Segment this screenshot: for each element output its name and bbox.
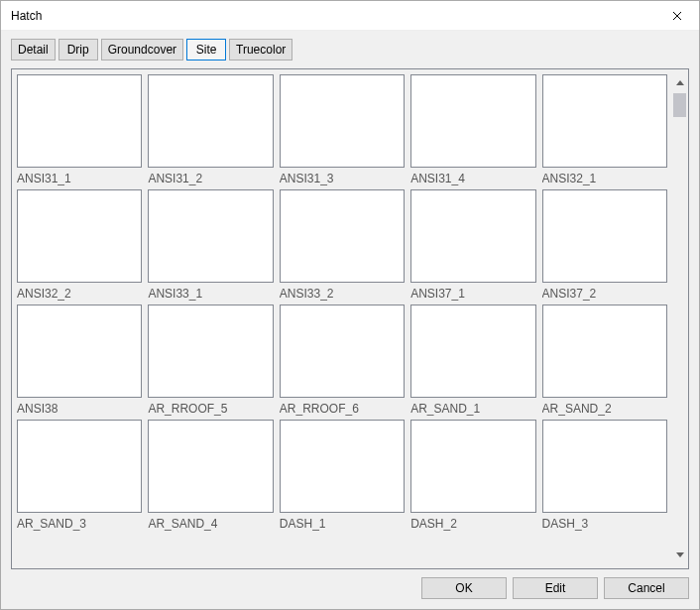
pattern-swatch xyxy=(542,305,667,398)
pattern-label: ANSI33_2 xyxy=(280,287,405,301)
pattern-cell[interactable]: DASH_2 xyxy=(410,420,535,531)
pattern-cell[interactable]: ANSI31_2 xyxy=(148,74,273,185)
pattern-panel: ANSI31_1ANSI31_2ANSI31_3ANSI31_4ANSI32_1… xyxy=(11,68,689,569)
pattern-swatch xyxy=(17,189,142,283)
pattern-label: ANSI38 xyxy=(17,402,142,416)
pattern-cell[interactable]: AR_SAND_4 xyxy=(148,420,273,531)
pattern-viewport: ANSI31_1ANSI31_2ANSI31_3ANSI31_4ANSI32_1… xyxy=(17,74,671,563)
pattern-label: AR_SAND_1 xyxy=(410,402,535,416)
pattern-label: ANSI31_2 xyxy=(148,172,273,185)
pattern-swatch xyxy=(542,189,667,283)
tab-truecolor[interactable]: Truecolor xyxy=(229,39,292,61)
dialog-body: Detail Drip Groundcover Site Truecolor A… xyxy=(1,31,699,609)
pattern-swatch xyxy=(542,74,667,168)
pattern-swatch xyxy=(280,305,405,398)
pattern-swatch xyxy=(148,420,273,513)
pattern-label: AR_SAND_3 xyxy=(17,517,142,531)
pattern-swatch xyxy=(148,305,273,398)
pattern-swatch xyxy=(280,420,405,513)
pattern-swatch xyxy=(410,74,535,168)
tab-label: Groundcover xyxy=(108,43,176,57)
pattern-label: DASH_3 xyxy=(542,517,667,531)
window-title: Hatch xyxy=(11,9,42,23)
pattern-label: AR_RROOF_6 xyxy=(280,402,405,416)
pattern-cell[interactable]: DASH_1 xyxy=(280,420,405,531)
ok-button[interactable]: OK xyxy=(421,577,507,599)
pattern-label: ANSI37_1 xyxy=(410,287,535,301)
pattern-swatch xyxy=(17,420,142,513)
tab-drip[interactable]: Drip xyxy=(58,39,98,61)
pattern-swatch xyxy=(410,305,535,398)
pattern-cell[interactable]: AR_SAND_3 xyxy=(17,420,142,531)
pattern-cell[interactable]: ANSI38 xyxy=(17,305,142,416)
pattern-label: AR_RROOF_5 xyxy=(148,402,273,416)
pattern-label: ANSI37_2 xyxy=(542,287,667,301)
pattern-cell[interactable]: ANSI31_3 xyxy=(280,74,405,185)
hatch-dialog: Hatch Detail Drip Groundcover Site Truec… xyxy=(0,0,700,610)
button-label: Cancel xyxy=(628,581,664,595)
pattern-cell[interactable]: ANSI33_2 xyxy=(280,189,405,301)
pattern-cell[interactable]: ANSI31_1 xyxy=(17,74,142,185)
scroll-down-icon[interactable] xyxy=(671,547,688,563)
pattern-label: AR_SAND_4 xyxy=(148,517,273,531)
pattern-swatch xyxy=(410,189,535,283)
pattern-cell[interactable]: ANSI37_2 xyxy=(542,189,667,301)
tab-detail[interactable]: Detail xyxy=(11,39,56,61)
category-tabs: Detail Drip Groundcover Site Truecolor xyxy=(11,39,689,61)
edit-button[interactable]: Edit xyxy=(513,577,598,599)
pattern-swatch xyxy=(17,305,142,398)
pattern-grid: ANSI31_1ANSI31_2ANSI31_3ANSI31_4ANSI32_1… xyxy=(17,74,671,531)
pattern-swatch xyxy=(148,189,273,283)
button-label: OK xyxy=(455,581,472,595)
pattern-cell[interactable]: AR_SAND_1 xyxy=(410,305,535,416)
pattern-swatch xyxy=(280,74,405,168)
tab-label: Detail xyxy=(18,43,49,57)
pattern-label: DASH_2 xyxy=(410,517,535,531)
close-icon[interactable] xyxy=(654,1,699,31)
pattern-cell[interactable]: AR_RROOF_5 xyxy=(148,305,273,416)
pattern-label: ANSI33_1 xyxy=(148,287,273,301)
pattern-label: AR_SAND_2 xyxy=(542,402,667,416)
tab-label: Site xyxy=(196,43,217,57)
pattern-cell[interactable]: ANSI31_4 xyxy=(410,74,535,185)
pattern-label: ANSI32_2 xyxy=(17,287,142,301)
pattern-swatch xyxy=(148,74,273,168)
vertical-scrollbar[interactable] xyxy=(671,74,688,563)
pattern-cell[interactable]: ANSI33_1 xyxy=(148,189,273,301)
tab-label: Truecolor xyxy=(236,43,286,57)
cancel-button[interactable]: Cancel xyxy=(604,577,689,599)
pattern-label: DASH_1 xyxy=(280,517,405,531)
pattern-label: ANSI31_3 xyxy=(280,172,405,185)
pattern-swatch xyxy=(17,74,142,168)
dialog-footer: OK Edit Cancel xyxy=(11,569,689,599)
pattern-label: ANSI32_1 xyxy=(542,172,667,185)
titlebar: Hatch xyxy=(1,1,699,31)
scroll-track[interactable] xyxy=(671,91,688,547)
pattern-cell[interactable]: ANSI32_2 xyxy=(17,189,142,301)
pattern-cell[interactable]: DASH_3 xyxy=(542,420,667,531)
tab-site[interactable]: Site xyxy=(186,39,226,61)
pattern-label: ANSI31_1 xyxy=(17,172,142,185)
pattern-cell[interactable]: ANSI32_1 xyxy=(542,74,667,185)
pattern-cell[interactable]: AR_SAND_2 xyxy=(542,305,667,416)
button-label: Edit xyxy=(545,581,566,595)
scroll-up-icon[interactable] xyxy=(671,74,688,91)
pattern-swatch xyxy=(542,420,667,513)
scroll-thumb[interactable] xyxy=(673,93,686,117)
tab-label: Drip xyxy=(67,43,89,57)
pattern-cell[interactable]: ANSI37_1 xyxy=(410,189,535,301)
pattern-label: ANSI31_4 xyxy=(410,172,535,185)
tab-groundcover[interactable]: Groundcover xyxy=(101,39,183,61)
pattern-swatch xyxy=(280,189,405,283)
pattern-cell[interactable]: AR_RROOF_6 xyxy=(280,305,405,416)
pattern-swatch xyxy=(410,420,535,513)
